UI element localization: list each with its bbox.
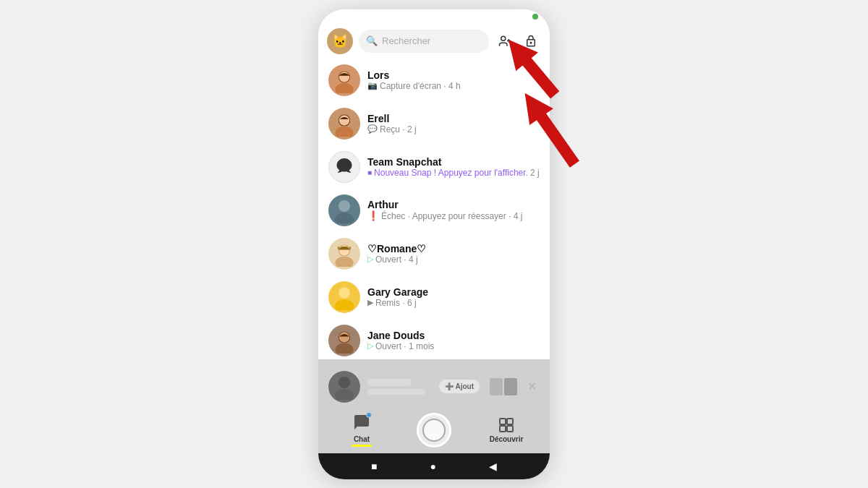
top-bar: 🐱 🔍 Rechercher: [318, 24, 550, 59]
nav-item-discover[interactable]: Découvrir: [470, 416, 542, 443]
sub-icon-gary-garage: ▶: [367, 298, 373, 307]
avatar-gary-garage: [328, 281, 360, 313]
chat-info-romane: ♡Romane♡ ▷ Ouvert · 4 j: [367, 243, 540, 265]
chat-list: Lors 📷 Capture d'écran · 4 h: [318, 59, 550, 359]
chat-icon-wrapper: [353, 414, 370, 434]
discover-icon: [498, 416, 515, 434]
story-thumbnails: [490, 378, 517, 395]
chat-name-arthur: Arthur: [367, 199, 540, 210]
svg-point-16: [335, 299, 354, 310]
svg-point-10: [339, 200, 350, 212]
chat-item-romane[interactable]: ♡Romane♡ ▷ Ouvert · 4 j: [318, 232, 550, 275]
svg-point-19: [335, 343, 353, 353]
chat-name-romane: ♡Romane♡: [367, 243, 540, 254]
discover-label: Découvrir: [490, 435, 524, 443]
svg-point-9: [339, 115, 349, 125]
chat-sub-lors: 📷 Capture d'écran · 4 h: [367, 81, 540, 91]
chat-item-lors[interactable]: Lors 📷 Capture d'écran · 4 h: [318, 59, 550, 102]
svg-point-20: [339, 332, 349, 342]
avatar-erell: [328, 108, 360, 140]
avatar-arthur: [328, 194, 360, 226]
chat-info-erell: Erell 💬 Reçu · 2 j: [367, 113, 540, 134]
chat-name-jane-douds: Jane Douds: [367, 330, 540, 341]
chat-item-jane-douds[interactable]: Jane Douds ▷ Ouvert · 1 mois: [318, 319, 550, 359]
search-bar[interactable]: 🔍 Rechercher: [359, 30, 489, 53]
sub-icon-romane: ▷: [367, 254, 373, 264]
settings-button[interactable]: [521, 31, 541, 51]
sub-icon-erell: 💬: [367, 124, 378, 134]
svg-point-8: [335, 126, 353, 136]
phone-frame: 🐱 🔍 Rechercher: [318, 9, 550, 479]
svg-rect-29: [500, 419, 506, 424]
sub-text-erell: Reçu · 2 j: [380, 124, 417, 134]
svg-rect-32: [507, 426, 513, 432]
svg-rect-31: [500, 426, 506, 432]
android-back-btn[interactable]: ◀: [489, 461, 497, 472]
chat-info-jane-douds: Jane Douds ▷ Ouvert · 1 mois: [367, 330, 540, 351]
chat-item-team-snapchat[interactable]: Team Snapchat ■ Nouveau Snap ! Appuyez p…: [318, 145, 550, 189]
android-circle-btn[interactable]: ●: [430, 461, 436, 472]
chat-name-lors: Lors: [367, 69, 540, 81]
chat-sub-team-snapchat: ■ Nouveau Snap ! Appuyez pour l'afficher…: [367, 168, 540, 178]
chat-name-erell: Erell: [367, 113, 540, 124]
svg-point-1: [501, 36, 506, 40]
svg-point-28: [335, 389, 354, 400]
add-friend-button[interactable]: [495, 31, 515, 51]
chat-info-team-snapchat: Team Snapchat ■ Nouveau Snap ! Appuyez p…: [367, 156, 540, 178]
close-button-3[interactable]: ✕: [524, 377, 540, 396]
android-nav-bar: ■ ● ◀: [318, 453, 550, 479]
bottom-overlay: ➕ Ajout ✕ Cha: [318, 359, 550, 453]
chat-active-bar: [352, 445, 372, 447]
online-indicator: [532, 14, 538, 20]
android-square-btn[interactable]: ■: [371, 461, 377, 472]
sub-text-arthur: Échec · Appuyez pour réessayer · 4 j: [381, 211, 522, 221]
nav-item-camera[interactable]: [398, 413, 470, 448]
search-placeholder: Rechercher: [382, 35, 430, 46]
chat-info-arthur: Arthur ❗ Échec · Appuyez pour réessayer …: [367, 199, 540, 221]
add-button-3[interactable]: ➕ Ajout: [439, 380, 480, 393]
quick-add-sub-3: [367, 389, 425, 395]
quick-add-item-3: ➕ Ajout ✕: [318, 365, 550, 408]
chat-label: Chat: [354, 435, 370, 443]
search-icon: 🔍: [366, 35, 378, 46]
sub-icon-arthur: ❗: [367, 210, 379, 221]
chat-sub-jane-douds: ▷ Ouvert · 1 mois: [367, 341, 540, 351]
camera-circle: [422, 419, 446, 442]
bottom-nav: Chat Découvrir: [318, 410, 550, 450]
avatar-quick-add-3: [328, 371, 360, 403]
chat-item-arthur[interactable]: Arthur ❗ Échec · Appuyez pour réessayer …: [318, 189, 550, 232]
chat-sub-erell: 💬 Reçu · 2 j: [367, 124, 540, 134]
sub-text-gary-garage: Remis · 6 j: [375, 298, 417, 308]
avatar-jane-douds: [328, 325, 360, 356]
chat-name-gary-garage: Gary Garage: [367, 286, 540, 298]
svg-point-27: [339, 377, 350, 388]
camera-button[interactable]: [417, 413, 451, 448]
svg-rect-30: [507, 419, 513, 424]
svg-point-11: [335, 213, 354, 223]
sub-text-romane: Ouvert · 4 j: [375, 254, 418, 265]
sub-icon-lors: 📷: [367, 81, 378, 90]
avatar-lors: [328, 64, 360, 96]
status-bar: [318, 9, 550, 24]
sub-text-team-snapchat: Nouveau Snap ! Appuyez pour l'afficher.: [374, 168, 528, 178]
sub-icon-team-snapchat: ■: [367, 168, 372, 176]
chat-sub-arthur: ❗ Échec · Appuyez pour réessayer · 4 j: [367, 210, 540, 221]
chat-sub-gary-garage: ▶ Remis · 6 j: [367, 298, 540, 308]
chat-item-erell[interactable]: Erell 💬 Reçu · 2 j: [318, 102, 550, 145]
sub-text-lors: Capture d'écran · 4 h: [380, 81, 461, 91]
chat-item-gary-garage[interactable]: Gary Garage ▶ Remis · 6 j: [318, 275, 550, 319]
quick-add-name-3: [367, 379, 411, 386]
user-avatar[interactable]: 🐱: [327, 28, 353, 54]
svg-point-17: [339, 288, 349, 298]
quick-add-info-3: [367, 379, 432, 395]
sub-text-jane-douds: Ouvert · 1 mois: [375, 341, 434, 351]
svg-point-13: [335, 256, 353, 266]
chat-name-team-snapchat: Team Snapchat: [367, 156, 540, 168]
nav-item-chat[interactable]: Chat: [326, 414, 398, 447]
sub-icon-jane-douds: ▷: [367, 341, 373, 351]
svg-point-5: [335, 82, 353, 93]
chat-info-gary-garage: Gary Garage ▶ Remis · 6 j: [367, 286, 540, 308]
chat-info-lors: Lors 📷 Capture d'écran · 4 h: [367, 69, 540, 91]
chat-notification-dot: [366, 412, 372, 418]
chat-sub-romane: ▷ Ouvert · 4 j: [367, 254, 540, 265]
